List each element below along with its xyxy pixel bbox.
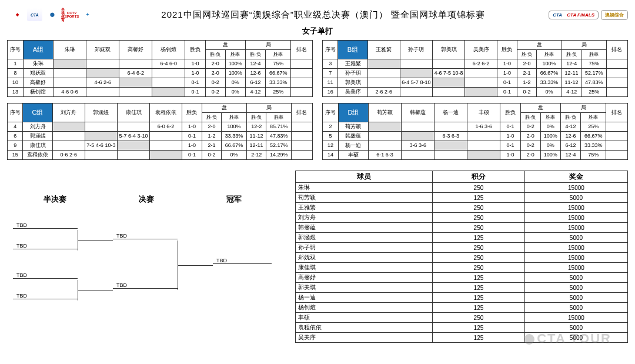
group-row: 13杨钊煊4-6 0-60-10-20%4-1225% bbox=[8, 88, 313, 97]
group-row: 12杨一迪3-6 3-60-10-20%6-1233.33% bbox=[323, 141, 628, 151]
points-row: 丰硕25015000 bbox=[296, 313, 628, 323]
points-row: 王雅繁25015000 bbox=[296, 203, 628, 213]
points-row: 孙子玥25015000 bbox=[296, 243, 628, 253]
col-player: 球员 bbox=[296, 171, 433, 183]
points-row: 郑妩双25015000 bbox=[296, 253, 628, 263]
subtitle: 女子单打 bbox=[7, 26, 628, 36]
group-row: 7孙子玥4-6 7-5 10-81-02-166.67%12-1152.17% bbox=[323, 69, 628, 78]
champion-slot: TBD bbox=[213, 258, 272, 264]
group-row: 15袁程依依0-6 2-60-10-20%2-1214.29% bbox=[8, 151, 313, 160]
label-final: 决赛 bbox=[139, 194, 154, 205]
group-A: 序号A组朱琳郑妩双高馨妤杨钊煊胜负盘局排名胜-负胜率胜-负胜率1朱琳6-4 6-… bbox=[7, 40, 313, 97]
group-table-A: 序号A组朱琳郑妩双高馨妤杨钊煊胜负盘局排名胜-负胜率胜-负胜率1朱琳6-4 6-… bbox=[7, 40, 313, 97]
standings-section: 球员 积分 奖金 朱琳25015000荀芳颖1255000王雅繁25015000… bbox=[295, 171, 628, 343]
group-D: 序号D组荀芳颖韩馨蕴杨一迪丰硕胜负盘局排名胜-负胜率胜-负胜率2荀芳颖1-6 3… bbox=[322, 103, 628, 160]
label-semifinal: 半决赛 bbox=[44, 194, 66, 205]
group-row: 9康佳琪7-5 4-6 10-31-02-166.67%12-1152.17% bbox=[8, 141, 313, 151]
logo-cta-icon: CTA bbox=[27, 8, 42, 21]
group-table-D: 序号D组荀芳颖韩馨蕴杨一迪丰硕胜负盘局排名胜-负胜率胜-负胜率2荀芳颖1-6 3… bbox=[322, 103, 628, 160]
logo-misc-icon: ✦ bbox=[80, 8, 95, 21]
col-points: 积分 bbox=[433, 171, 525, 183]
sf-slot-4: TBD bbox=[13, 293, 78, 299]
group-row: 4刘方舟6-0 6-21-02-0100%12-285.71% bbox=[8, 122, 313, 132]
finals-text: CTA FINALS bbox=[567, 12, 594, 18]
group-row: 5韩馨蕴6-3 6-31-02-0100%12-666.67% bbox=[323, 132, 628, 141]
group-C: 序号C组刘方舟郭涵煜康佳琪袁程依依胜负盘局排名胜-负胜率胜-负胜率4刘方舟6-0… bbox=[7, 103, 313, 160]
sf-slot-3: TBD bbox=[13, 272, 78, 279]
group-row: 16吴美序2-6 2-60-10-20%4-1225% bbox=[323, 88, 628, 97]
logos-right: CTA CTA FINALS 澳娱综合 bbox=[549, 10, 628, 20]
group-row: 2荀芳颖1-6 3-60-10-20%4-1225% bbox=[323, 122, 628, 132]
watermark: CTA TOUR bbox=[524, 331, 611, 346]
group-row: 10高馨妤4-6 2-60-10-20%6-1233.33% bbox=[8, 78, 313, 88]
points-row: 高馨妤1255000 bbox=[296, 273, 628, 283]
logo-cctv-icon: 央视体育CCTV SPORTS bbox=[62, 8, 78, 21]
points-row: 刘方舟25015000 bbox=[296, 213, 628, 223]
points-row: 杨钊煊1255000 bbox=[296, 303, 628, 313]
col-prize: 奖金 bbox=[524, 171, 627, 183]
bracket-section: 半决赛 决赛 冠军 TBD TBD TBD TBD TBD TBD TBD bbox=[7, 171, 278, 343]
group-row: 8郑妩双6-4 6-21-02-0100%12-666.67% bbox=[8, 69, 313, 78]
bracket-diagram: TBD TBD TBD TBD TBD TBD TBD bbox=[7, 211, 278, 316]
group-row: 11郭美琪6-4 5-7 8-100-11-233.33%11-1247.83% bbox=[323, 78, 628, 88]
points-row: 荀芳颖1255000 bbox=[296, 193, 628, 203]
logo-sjm-icon: 澳娱综合 bbox=[601, 10, 628, 20]
logo-finals-icon: CTA CTA FINALS bbox=[549, 11, 599, 19]
logo-federation-icon: ◆ bbox=[9, 8, 25, 21]
points-table: 球员 积分 奖金 朱琳25015000荀芳颖1255000王雅繁25015000… bbox=[295, 171, 628, 343]
watermark-icon bbox=[524, 334, 534, 345]
group-row: 14丰硕6-1 6-31-02-0100%12-475% bbox=[323, 151, 628, 160]
cctv-en: CCTV SPORTS bbox=[65, 11, 79, 18]
f-slot-1: TBD bbox=[113, 233, 178, 239]
logo-tour-icon: ⬤ bbox=[45, 8, 60, 21]
group-row: 6郭涵煜5-7 6-4 3-100-11-233.33%11-1247.83% bbox=[8, 132, 313, 141]
group-row: 3王雅繁6-2 6-21-02-0100%12-475% bbox=[323, 59, 628, 69]
header: ◆ CTA ⬤ 央视体育CCTV SPORTS ✦ 2021中国网球巡回赛“澳娱… bbox=[7, 5, 628, 25]
f-slot-2: TBD bbox=[113, 282, 178, 289]
points-row: 郭美琪1255000 bbox=[296, 283, 628, 293]
points-row: 朱琳25015000 bbox=[296, 183, 628, 193]
points-row: 杨一迪1255000 bbox=[296, 293, 628, 303]
logos-left: ◆ CTA ⬤ 央视体育CCTV SPORTS ✦ bbox=[7, 7, 98, 22]
points-row: 康佳琪25015000 bbox=[296, 263, 628, 273]
group-table-C: 序号C组刘方舟郭涵煜康佳琪袁程依依胜负盘局排名胜-负胜率胜-负胜率4刘方舟6-0… bbox=[7, 103, 313, 160]
label-champion: 冠军 bbox=[226, 194, 242, 205]
points-row: 郭涵煜1255000 bbox=[296, 233, 628, 243]
groups-container: 序号A组朱琳郑妩双高馨妤杨钊煊胜负盘局排名胜-负胜率胜-负胜率1朱琳6-4 6-… bbox=[7, 40, 628, 166]
sf-slot-1: TBD bbox=[13, 222, 78, 229]
points-row: 韩馨蕴25015000 bbox=[296, 223, 628, 233]
group-row: 1朱琳6-4 6-01-02-0100%12-475% bbox=[8, 59, 313, 69]
group-B: 序号B组王雅繁孙子玥郭美琪吴美序胜负盘局排名胜-负胜率胜-负胜率3王雅繁6-2 … bbox=[322, 40, 628, 97]
group-table-B: 序号B组王雅繁孙子玥郭美琪吴美序胜负盘局排名胜-负胜率胜-负胜率3王雅繁6-2 … bbox=[322, 40, 628, 97]
page-title: 2021中国网球巡回赛“澳娱综合”职业级总决赛（澳门） 暨全国网球单项锦标赛 bbox=[101, 9, 545, 21]
sf-slot-2: TBD bbox=[13, 243, 78, 249]
